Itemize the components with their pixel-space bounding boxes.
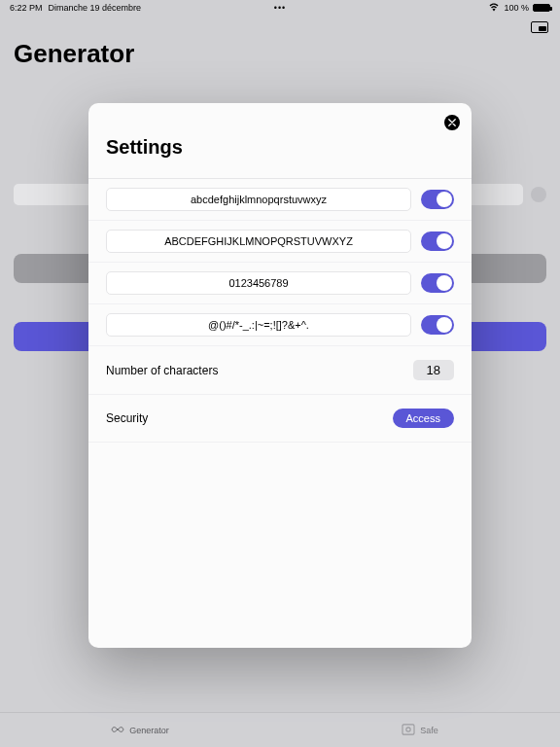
security-label: Security: [106, 411, 148, 425]
settings-modal: Settings abcdefghijklmnopqrstuvwxyz ABCD…: [88, 103, 472, 648]
num-chars-value[interactable]: 18: [413, 360, 454, 380]
status-bar: 6:22 PM Dimanche 19 décembre ••• 100 %: [0, 0, 560, 16]
status-right: 100 %: [488, 2, 550, 14]
battery-pct: 100 %: [504, 3, 529, 13]
tab-generator-label: Generator: [129, 726, 169, 735]
wifi-icon: [488, 2, 500, 14]
battery-icon: [533, 4, 550, 12]
status-date: Dimanche 19 décembre: [49, 3, 142, 13]
clear-icon[interactable]: [531, 187, 546, 202]
row-lowercase: abcdefghijklmnopqrstuvwxyz: [88, 179, 472, 221]
header-bar: [0, 16, 560, 35]
row-symbols: @()#/*-_.:|~=;![]?&+^.: [88, 304, 472, 346]
toggle-uppercase[interactable]: [421, 231, 454, 251]
safe-icon: [402, 724, 415, 737]
tab-safe[interactable]: Safe: [280, 713, 560, 747]
charset-digits[interactable]: 0123456789: [106, 271, 411, 295]
tab-generator[interactable]: Generator: [0, 713, 280, 747]
charset-lowercase[interactable]: abcdefghijklmnopqrstuvwxyz: [106, 188, 411, 211]
row-digits: 0123456789: [88, 263, 472, 304]
row-uppercase: ABCDEFGHIJKLMNOPQRSTUVWXYZ: [88, 221, 472, 263]
toggle-digits[interactable]: [421, 273, 454, 293]
charset-uppercase[interactable]: ABCDEFGHIJKLMNOPQRSTUVWXYZ: [106, 230, 411, 253]
row-num-chars: Number of characters 18: [88, 346, 472, 395]
toggle-lowercase[interactable]: [421, 190, 454, 209]
page-title: Generator: [0, 35, 560, 87]
close-button[interactable]: [444, 115, 460, 130]
multitask-icon[interactable]: [531, 21, 548, 33]
status-time: 6:22 PM: [10, 3, 43, 13]
num-chars-label: Number of characters: [106, 364, 218, 377]
status-left: 6:22 PM Dimanche 19 décembre: [10, 3, 141, 13]
modal-title: Settings: [88, 117, 472, 178]
status-center-dots: •••: [274, 3, 286, 13]
infinity-icon: [111, 724, 124, 737]
charset-symbols[interactable]: @()#/*-_.:|~=;![]?&+^.: [106, 313, 411, 337]
svg-point-1: [406, 727, 410, 730]
bottom-tabs: Generator Safe: [0, 712, 560, 747]
tab-safe-label: Safe: [420, 726, 438, 735]
access-button[interactable]: Access: [393, 409, 454, 428]
row-security: Security Access: [88, 395, 472, 443]
close-icon: [448, 119, 456, 126]
svg-rect-0: [402, 724, 414, 733]
toggle-symbols[interactable]: [421, 315, 454, 335]
